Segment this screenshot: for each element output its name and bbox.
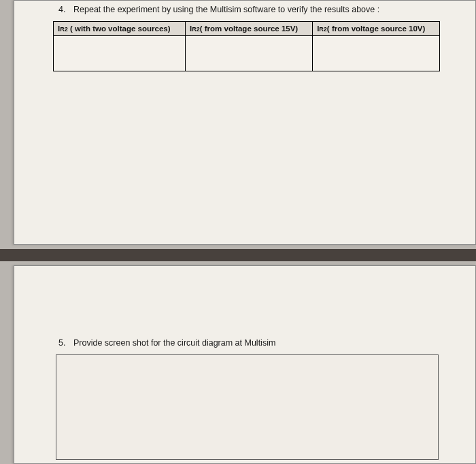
col-header-1: IR2( from voltage source 15V) [186, 22, 313, 36]
cell-0 [54, 36, 186, 71]
q5-number: 5. [58, 338, 73, 348]
col-header-0: IR2 ( with two voltage sources) [54, 22, 186, 36]
col-header-2: IR2( from voltage source 10V) [313, 22, 440, 36]
question-4: 4. Repeat the experiment by using the Mu… [52, 1, 455, 21]
results-table: IR2 ( with two voltage sources) IR2( fro… [53, 21, 440, 71]
cell-1 [186, 36, 313, 71]
question-5: 5. Provide screen shot for the circuit d… [52, 266, 455, 354]
cell-2 [313, 36, 440, 71]
q4-text: Repeat the experiment by using the Multi… [73, 5, 379, 14]
page-1: 4. Repeat the experiment by using the Mu… [14, 0, 476, 245]
table-row [54, 36, 440, 71]
q5-text: Provide screen shot for the circuit diag… [73, 338, 275, 348]
table-header-row: IR2 ( with two voltage sources) IR2( fro… [54, 22, 440, 36]
q4-number: 4. [58, 5, 73, 14]
page-2: 5. Provide screen shot for the circuit d… [14, 265, 476, 464]
page-divider [0, 249, 476, 261]
screenshot-placeholder [56, 354, 439, 460]
